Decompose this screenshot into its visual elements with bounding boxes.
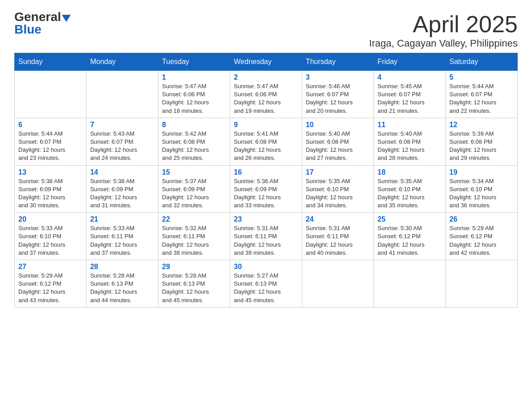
- calendar-cell: 7Sunrise: 5:43 AMSunset: 6:07 PMDaylight…: [86, 118, 158, 165]
- day-info: Sunrise: 5:40 AMSunset: 6:08 PMDaylight:…: [378, 130, 442, 163]
- calendar-cell: 18Sunrise: 5:35 AMSunset: 6:10 PMDayligh…: [374, 165, 446, 213]
- day-info: Sunrise: 5:45 AMSunset: 6:07 PMDaylight:…: [378, 82, 442, 115]
- calendar-cell: 17Sunrise: 5:35 AMSunset: 6:10 PMDayligh…: [302, 165, 373, 213]
- calendar-cell: [15, 71, 86, 118]
- day-number: 8: [162, 121, 226, 129]
- calendar-cell: 6Sunrise: 5:44 AMSunset: 6:07 PMDaylight…: [15, 118, 86, 165]
- header-thursday: Thursday: [302, 53, 373, 71]
- calendar-cell: [86, 71, 158, 118]
- day-number: 28: [90, 263, 154, 271]
- calendar-week-row: 1Sunrise: 5:47 AMSunset: 6:06 PMDaylight…: [15, 71, 518, 118]
- day-number: 2: [234, 73, 298, 81]
- day-number: 11: [378, 121, 442, 129]
- day-number: 26: [450, 215, 514, 223]
- day-number: 15: [162, 168, 226, 176]
- calendar-week-row: 20Sunrise: 5:33 AMSunset: 6:10 PMDayligh…: [15, 213, 518, 260]
- header-friday: Friday: [374, 53, 446, 71]
- calendar-cell: 29Sunrise: 5:28 AMSunset: 6:13 PMDayligh…: [158, 260, 230, 308]
- calendar-cell: [302, 260, 373, 308]
- calendar-body: 1Sunrise: 5:47 AMSunset: 6:06 PMDaylight…: [15, 71, 518, 308]
- calendar-cell: 19Sunrise: 5:34 AMSunset: 6:10 PMDayligh…: [446, 165, 517, 213]
- day-info: Sunrise: 5:42 AMSunset: 6:08 PMDaylight:…: [162, 130, 226, 163]
- day-number: 25: [378, 215, 442, 223]
- day-number: 13: [18, 168, 82, 176]
- day-number: 17: [306, 168, 370, 176]
- day-number: 19: [450, 168, 514, 176]
- day-info: Sunrise: 5:28 AMSunset: 6:13 PMDaylight:…: [162, 272, 226, 304]
- day-info: Sunrise: 5:41 AMSunset: 6:08 PMDaylight:…: [234, 130, 298, 163]
- day-number: 27: [18, 263, 82, 271]
- calendar-cell: 24Sunrise: 5:31 AMSunset: 6:11 PMDayligh…: [302, 213, 373, 260]
- day-info: Sunrise: 5:37 AMSunset: 6:09 PMDaylight:…: [162, 177, 226, 210]
- day-info: Sunrise: 5:47 AMSunset: 6:06 PMDaylight:…: [234, 82, 298, 115]
- day-number: 9: [234, 121, 298, 129]
- header-monday: Monday: [86, 53, 158, 71]
- calendar-week-row: 27Sunrise: 5:29 AMSunset: 6:12 PMDayligh…: [15, 260, 518, 308]
- day-info: Sunrise: 5:36 AMSunset: 6:09 PMDaylight:…: [234, 177, 298, 210]
- day-number: 14: [90, 168, 154, 176]
- logo-triangle-icon: [62, 15, 71, 22]
- calendar-week-row: 6Sunrise: 5:44 AMSunset: 6:07 PMDaylight…: [15, 118, 518, 165]
- day-info: Sunrise: 5:38 AMSunset: 6:09 PMDaylight:…: [18, 177, 82, 210]
- calendar-week-row: 13Sunrise: 5:38 AMSunset: 6:09 PMDayligh…: [15, 165, 518, 213]
- page-header: General Blue April 2025 Iraga, Cagayan V…: [14, 11, 518, 49]
- day-info: Sunrise: 5:44 AMSunset: 6:07 PMDaylight:…: [18, 130, 82, 163]
- day-number: 18: [378, 168, 442, 176]
- header-tuesday: Tuesday: [158, 53, 230, 71]
- day-info: Sunrise: 5:34 AMSunset: 6:10 PMDaylight:…: [450, 177, 514, 210]
- logo: General Blue: [14, 11, 71, 36]
- calendar-cell: 12Sunrise: 5:39 AMSunset: 6:08 PMDayligh…: [446, 118, 517, 165]
- day-info: Sunrise: 5:31 AMSunset: 6:11 PMDaylight:…: [234, 224, 298, 257]
- calendar-cell: 30Sunrise: 5:27 AMSunset: 6:13 PMDayligh…: [230, 260, 302, 308]
- calendar-cell: 23Sunrise: 5:31 AMSunset: 6:11 PMDayligh…: [230, 213, 302, 260]
- calendar-cell: 15Sunrise: 5:37 AMSunset: 6:09 PMDayligh…: [158, 165, 230, 213]
- calendar-cell: 8Sunrise: 5:42 AMSunset: 6:08 PMDaylight…: [158, 118, 230, 165]
- day-info: Sunrise: 5:43 AMSunset: 6:07 PMDaylight:…: [90, 130, 154, 163]
- calendar-cell: 9Sunrise: 5:41 AMSunset: 6:08 PMDaylight…: [230, 118, 302, 165]
- day-number: 21: [90, 215, 154, 223]
- logo-general: General: [14, 10, 61, 24]
- calendar-cell: 22Sunrise: 5:32 AMSunset: 6:11 PMDayligh…: [158, 213, 230, 260]
- calendar-cell: 14Sunrise: 5:38 AMSunset: 6:09 PMDayligh…: [86, 165, 158, 213]
- calendar-cell: 1Sunrise: 5:47 AMSunset: 6:06 PMDaylight…: [158, 71, 230, 118]
- header-sunday: Sunday: [15, 53, 86, 71]
- day-info: Sunrise: 5:46 AMSunset: 6:07 PMDaylight:…: [306, 82, 370, 115]
- day-number: 6: [18, 121, 82, 129]
- logo-text: General: [14, 11, 71, 23]
- header-saturday: Saturday: [446, 53, 517, 71]
- calendar-cell: [446, 260, 517, 308]
- day-info: Sunrise: 5:35 AMSunset: 6:10 PMDaylight:…: [306, 177, 370, 210]
- day-number: 12: [450, 121, 514, 129]
- day-info: Sunrise: 5:38 AMSunset: 6:09 PMDaylight:…: [90, 177, 154, 210]
- day-number: 3: [306, 73, 370, 81]
- day-info: Sunrise: 5:39 AMSunset: 6:08 PMDaylight:…: [450, 130, 514, 163]
- day-number: 16: [234, 168, 298, 176]
- calendar-cell: 5Sunrise: 5:44 AMSunset: 6:07 PMDaylight…: [446, 71, 517, 118]
- day-number: 20: [18, 215, 82, 223]
- calendar-cell: 27Sunrise: 5:29 AMSunset: 6:12 PMDayligh…: [15, 260, 86, 308]
- day-number: 30: [234, 263, 298, 271]
- calendar-cell: 26Sunrise: 5:29 AMSunset: 6:12 PMDayligh…: [446, 213, 517, 260]
- day-info: Sunrise: 5:40 AMSunset: 6:08 PMDaylight:…: [306, 130, 370, 163]
- day-info: Sunrise: 5:30 AMSunset: 6:12 PMDaylight:…: [378, 224, 442, 257]
- calendar-header: Sunday Monday Tuesday Wednesday Thursday…: [15, 53, 518, 71]
- month-title: April 2025: [369, 11, 518, 38]
- calendar-cell: 3Sunrise: 5:46 AMSunset: 6:07 PMDaylight…: [302, 71, 373, 118]
- day-info: Sunrise: 5:29 AMSunset: 6:12 PMDaylight:…: [18, 272, 82, 304]
- day-number: 5: [450, 73, 514, 81]
- day-number: 23: [234, 215, 298, 223]
- day-number: 4: [378, 73, 442, 81]
- location-title: Iraga, Cagayan Valley, Philippines: [369, 38, 518, 49]
- title-section: April 2025 Iraga, Cagayan Valley, Philip…: [369, 11, 518, 49]
- calendar-cell: [374, 260, 446, 308]
- calendar-cell: 2Sunrise: 5:47 AMSunset: 6:06 PMDaylight…: [230, 71, 302, 118]
- calendar-cell: 10Sunrise: 5:40 AMSunset: 6:08 PMDayligh…: [302, 118, 373, 165]
- day-info: Sunrise: 5:27 AMSunset: 6:13 PMDaylight:…: [234, 272, 298, 304]
- day-number: 7: [90, 121, 154, 129]
- day-info: Sunrise: 5:32 AMSunset: 6:11 PMDaylight:…: [162, 224, 226, 257]
- calendar-table: Sunday Monday Tuesday Wednesday Thursday…: [14, 53, 518, 308]
- day-info: Sunrise: 5:47 AMSunset: 6:06 PMDaylight:…: [162, 82, 226, 115]
- day-info: Sunrise: 5:33 AMSunset: 6:10 PMDaylight:…: [18, 224, 82, 257]
- header-wednesday: Wednesday: [230, 53, 302, 71]
- calendar-cell: 28Sunrise: 5:28 AMSunset: 6:13 PMDayligh…: [86, 260, 158, 308]
